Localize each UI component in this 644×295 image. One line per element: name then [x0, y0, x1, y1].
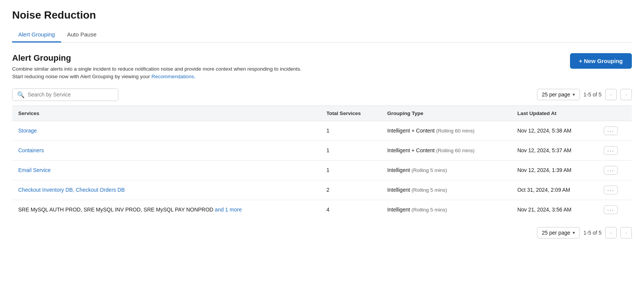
total-services-cell: 1 [320, 121, 381, 140]
col-total-services: Total Services [320, 106, 381, 121]
groupings-table: Services Total Services Grouping Type La… [12, 106, 632, 219]
bottom-next-page-button[interactable]: › [620, 227, 632, 238]
chevron-down-icon: ▾ [573, 92, 575, 97]
search-box[interactable]: 🔍 [12, 88, 118, 101]
and-more-link[interactable]: and 1 more [215, 207, 242, 213]
page-count: 1-5 of 5 [584, 91, 601, 98]
grouping-type-cell: Intelligent + Content (Rolling 60 mins) [381, 140, 511, 160]
col-actions [598, 106, 632, 121]
per-page-dropdown[interactable]: 25 per page ▾ [537, 89, 580, 100]
row-more-button[interactable]: ··· [604, 146, 618, 155]
table-row: Checkout Inventory DB, Checkout Orders D… [12, 180, 632, 200]
service-link[interactable]: Email Service [18, 167, 51, 173]
tab-alert-grouping[interactable]: Alert Grouping [12, 27, 61, 43]
tabs-bar: Alert Grouping Auto Pause [12, 27, 632, 43]
total-services-cell: 1 [320, 140, 381, 160]
service-link[interactable]: Checkout Inventory DB, Checkout Orders D… [18, 187, 125, 193]
col-grouping-type: Grouping Type [381, 106, 511, 121]
section-header: Alert Grouping Combine similar alerts in… [12, 53, 632, 81]
search-input[interactable] [28, 91, 113, 98]
actions-cell: ··· [598, 140, 632, 160]
section-title: Alert Grouping [12, 53, 308, 63]
row-more-button[interactable]: ··· [604, 205, 618, 214]
table-row: Storage 1 Intelligent + Content (Rolling… [12, 121, 632, 140]
chevron-down-icon: ▾ [573, 230, 575, 235]
total-services-cell: 2 [320, 180, 381, 200]
row-more-button[interactable]: ··· [604, 126, 618, 135]
total-services-cell: 1 [320, 160, 381, 180]
service-name-cell: Containers [12, 140, 320, 160]
table-header-row: Services Total Services Grouping Type La… [12, 106, 632, 121]
section-title-block: Alert Grouping Combine similar alerts in… [12, 53, 308, 81]
tab-auto-pause[interactable]: Auto Pause [61, 27, 103, 43]
table-row: Email Service 1 Intelligent (Rolling 5 m… [12, 160, 632, 180]
last-updated-cell: Nov 12, 2024, 5:37 AM [511, 140, 598, 160]
table-row: SRE MySQL AUTH PROD, SRE MySQL INV PROD,… [12, 200, 632, 219]
service-link[interactable]: Storage [18, 128, 37, 134]
row-more-button[interactable]: ··· [604, 166, 618, 175]
total-services-cell: 4 [320, 200, 381, 219]
service-link[interactable]: Containers [18, 147, 44, 153]
actions-cell: ··· [598, 121, 632, 140]
section-description: Combine similar alerts into a single inc… [12, 65, 308, 81]
bottom-page-count: 1-5 of 5 [584, 230, 601, 236]
service-name-cell: Email Service [12, 160, 320, 180]
actions-cell: ··· [598, 180, 632, 200]
top-pagination-controls: 25 per page ▾ 1-5 of 5 ‹ › [537, 89, 632, 100]
bottom-per-page-dropdown[interactable]: 25 per page ▾ [537, 227, 580, 238]
grouping-type-cell: Intelligent (Rolling 5 mins) [381, 200, 511, 219]
service-name-cell: SRE MySQL AUTH PROD, SRE MySQL INV PROD,… [12, 200, 320, 219]
bottom-pagination-controls: 25 per page ▾ 1-5 of 5 ‹ › [12, 227, 632, 238]
last-updated-cell: Oct 31, 2024, 2:09 AM [511, 180, 598, 200]
bottom-prev-page-button[interactable]: ‹ [605, 227, 617, 238]
col-services: Services [12, 106, 320, 121]
grouping-type-cell: Intelligent + Content (Rolling 60 mins) [381, 121, 511, 140]
toolbar: 🔍 25 per page ▾ 1-5 of 5 ‹ › [12, 88, 632, 101]
service-name-cell: Checkout Inventory DB, Checkout Orders D… [12, 180, 320, 200]
last-updated-cell: Nov 12, 2024, 5:38 AM [511, 121, 598, 140]
col-last-updated: Last Updated At [511, 106, 598, 121]
search-icon: 🔍 [17, 91, 25, 98]
table-row: Containers 1 Intelligent + Content (Roll… [12, 140, 632, 160]
row-more-button[interactable]: ··· [604, 186, 618, 194]
service-name-cell: Storage [12, 121, 320, 140]
recommendations-link[interactable]: Recommendations. [151, 74, 195, 79]
new-grouping-button[interactable]: + New Grouping [570, 53, 632, 69]
page-title: Noise Reduction [12, 9, 632, 21]
actions-cell: ··· [598, 200, 632, 219]
prev-page-button[interactable]: ‹ [605, 89, 617, 100]
next-page-button[interactable]: › [620, 89, 632, 100]
grouping-type-cell: Intelligent (Rolling 5 mins) [381, 160, 511, 180]
grouping-type-cell: Intelligent (Rolling 5 mins) [381, 180, 511, 200]
last-updated-cell: Nov 21, 2024, 3:56 AM [511, 200, 598, 219]
actions-cell: ··· [598, 160, 632, 180]
last-updated-cell: Nov 12, 2024, 1:39 AM [511, 160, 598, 180]
